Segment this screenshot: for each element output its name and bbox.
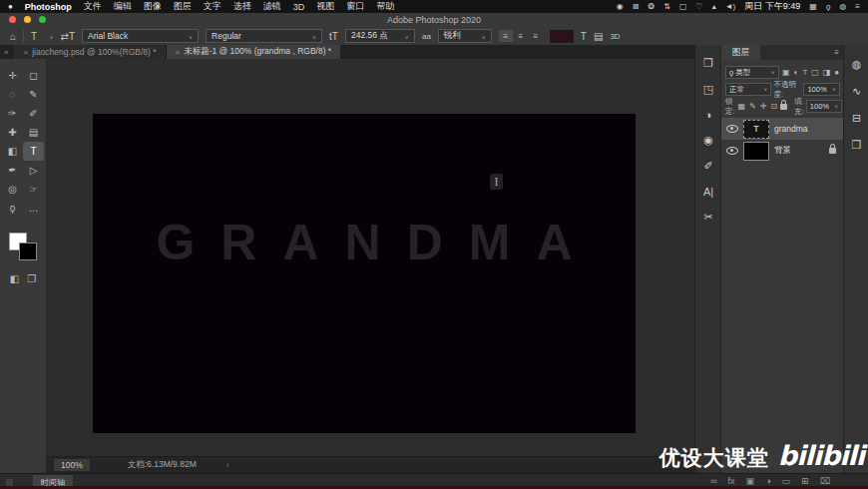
- background-color-swatch[interactable]: [19, 243, 37, 260]
- 3d-panel-icon[interactable]: ❒: [852, 139, 862, 152]
- spotlight-icon[interactable]: ϙ: [826, 2, 830, 11]
- character-panel-icon[interactable]: A|: [699, 186, 717, 198]
- apple-logo-icon[interactable]: ●: [8, 2, 13, 11]
- adjustment-layer-icon[interactable]: ◑: [765, 476, 770, 486]
- menu-edit[interactable]: 编辑: [114, 0, 132, 13]
- background-layer-thumbnail[interactable]: [743, 142, 769, 161]
- brushes-panel-icon[interactable]: ✐: [699, 160, 717, 173]
- new-layer-icon[interactable]: ⊞: [801, 476, 809, 486]
- menu-file[interactable]: 文件: [84, 0, 102, 13]
- menu-help[interactable]: 帮助: [376, 0, 394, 13]
- filter-pixel-icon[interactable]: ▣: [782, 68, 790, 77]
- text-orientation-icon[interactable]: ⇄T: [61, 31, 76, 42]
- close-icon[interactable]: ×: [23, 48, 28, 57]
- visibility-eye-icon[interactable]: [726, 125, 738, 133]
- warp-text-icon[interactable]: T: [581, 31, 587, 42]
- quick-select-tool[interactable]: ✎: [23, 85, 44, 104]
- close-box-icon[interactable]: ⊠: [633, 2, 640, 11]
- tab-overflow-icon[interactable]: «: [4, 48, 8, 57]
- layer-name[interactable]: 背景: [774, 145, 791, 157]
- tab-jiaocheng[interactable]: × jiaocheng.psd @ 100%(RGB/8) *: [14, 45, 166, 59]
- eject-icon[interactable]: ▴: [712, 2, 716, 11]
- home-icon[interactable]: ⌂: [10, 31, 16, 42]
- close-icon[interactable]: ×: [176, 48, 181, 57]
- clone-stamp-tool[interactable]: ▤: [23, 123, 44, 142]
- menu-clock[interactable]: 周日 下午9:49: [744, 0, 800, 13]
- zoom-tool[interactable]: ϙ: [2, 199, 23, 218]
- layer-name[interactable]: grandma: [774, 124, 808, 134]
- gradient-tool[interactable]: ◧: [2, 142, 23, 161]
- layer-group-icon[interactable]: ▭: [782, 476, 791, 486]
- menu-image[interactable]: 图像: [144, 0, 162, 13]
- panel-menu-icon[interactable]: ≡: [834, 48, 839, 57]
- lock-all-icon[interactable]: [780, 104, 787, 110]
- type-tool[interactable]: T: [23, 142, 44, 161]
- quick-mask-icon[interactable]: ◧: [10, 273, 19, 284]
- heart-icon[interactable]: ♡: [696, 2, 703, 11]
- chevron-down-icon[interactable]: ∨: [49, 33, 53, 39]
- menu-3d[interactable]: 3D: [293, 2, 305, 12]
- timeline-collapse-icon[interactable]: [6, 479, 13, 486]
- minimize-window-button[interactable]: [24, 16, 31, 23]
- tab-untitled-grandma[interactable]: × 未标题-1 @ 100% (grandma , RGB/8) *: [167, 45, 342, 59]
- lock-paint-icon[interactable]: ✎: [749, 102, 756, 111]
- document-canvas[interactable]: GRANDMA I: [93, 114, 636, 433]
- filter-shape-icon[interactable]: ▢: [811, 68, 819, 77]
- paths-panel-icon[interactable]: ∿: [852, 85, 861, 98]
- healing-tool[interactable]: ✚: [2, 123, 23, 142]
- align-center-button[interactable]: ≡: [514, 30, 528, 42]
- align-right-button[interactable]: ≡: [529, 30, 543, 42]
- layer-row-background[interactable]: 背景: [721, 140, 844, 162]
- color-panel-icon[interactable]: ◍: [852, 58, 862, 71]
- blend-mode-select[interactable]: 正常 ∨: [725, 83, 771, 96]
- lock-move-icon[interactable]: ✛: [760, 102, 767, 111]
- align-left-button[interactable]: ≡: [499, 30, 513, 42]
- adjustments-panel-icon[interactable]: ◑: [699, 109, 717, 121]
- font-family-select[interactable]: Arial Black ∨: [82, 29, 199, 43]
- menu-app-name[interactable]: Photoshop: [25, 2, 72, 12]
- dodge-tool[interactable]: ◎: [2, 180, 23, 199]
- volume-icon[interactable]: ◄): [725, 2, 736, 11]
- status-arrow-icon[interactable]: ›: [226, 460, 229, 470]
- grandma-text-layer[interactable]: GRANDMA: [93, 216, 636, 270]
- layer-filter-select[interactable]: ϙ 类型 ∨: [725, 66, 779, 79]
- channels-panel-icon[interactable]: ⊟: [852, 112, 861, 125]
- menu-view[interactable]: 视图: [316, 0, 334, 13]
- opacity-select[interactable]: 100% ∨: [803, 83, 840, 96]
- sync-arrows-icon[interactable]: ⇅: [663, 2, 670, 11]
- eyedropper-tool[interactable]: ✑: [2, 104, 23, 123]
- input-method-icon[interactable]: ▦: [809, 2, 817, 11]
- text-layer-thumbnail[interactable]: T: [743, 120, 769, 139]
- menu-filter[interactable]: 滤镜: [263, 0, 281, 13]
- toggle-panels-icon[interactable]: ▤: [594, 31, 603, 42]
- visibility-eye-icon[interactable]: [726, 147, 738, 155]
- properties-panel-icon[interactable]: ◳: [699, 83, 717, 96]
- menu-select[interactable]: 选择: [233, 0, 251, 13]
- path-select-tool[interactable]: ▷: [23, 161, 44, 180]
- screen-capture-icon[interactable]: ◉: [617, 2, 624, 11]
- layer-effects-icon[interactable]: fx: [728, 476, 735, 486]
- anti-alias-select[interactable]: 锐利 ∨: [438, 29, 492, 43]
- hand-tool[interactable]: ☞: [23, 180, 44, 199]
- marquee-tool[interactable]: ◻: [23, 66, 44, 85]
- brush-tool[interactable]: ✐: [23, 104, 44, 123]
- menu-type[interactable]: 文字: [204, 0, 221, 13]
- link-layers-icon[interactable]: ∞: [710, 476, 716, 486]
- type-tool-preset-icon[interactable]: T: [31, 31, 37, 42]
- filter-adjustment-icon[interactable]: ◐: [794, 68, 799, 77]
- menu-window[interactable]: 窗口: [346, 0, 364, 13]
- plugins-panel-icon[interactable]: ✂: [699, 211, 717, 224]
- 3d-mode-icon[interactable]: 3D: [610, 32, 620, 41]
- libraries-panel-icon[interactable]: ❒: [699, 57, 717, 70]
- delete-layer-icon[interactable]: ⌧: [820, 476, 830, 486]
- menu-layer[interactable]: 图层: [174, 0, 192, 13]
- filter-type-icon[interactable]: T: [802, 68, 807, 77]
- siri-icon[interactable]: ◍: [839, 2, 846, 11]
- filter-smart-icon[interactable]: ◨: [823, 68, 831, 77]
- text-color-swatch[interactable]: [550, 30, 574, 43]
- app-colorful-icon[interactable]: ❂: [649, 2, 655, 11]
- zoom-window-button[interactable]: [39, 16, 46, 23]
- edit-toolbar-button[interactable]: …: [23, 199, 44, 218]
- control-center-icon[interactable]: ≡: [855, 2, 860, 11]
- fill-select[interactable]: 100% ∨: [806, 100, 843, 113]
